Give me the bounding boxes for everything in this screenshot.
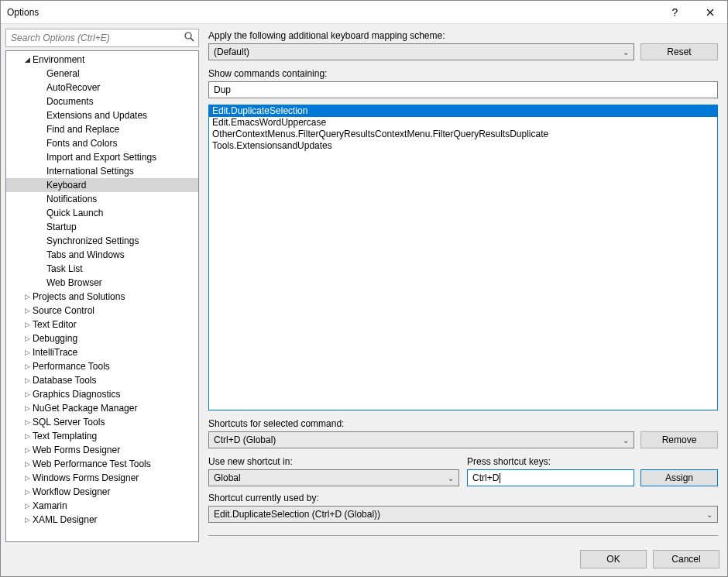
filter-input[interactable]: Dup: [208, 81, 718, 98]
nav-tree[interactable]: ◢EnvironmentGeneralAutoRecoverDocumentsE…: [5, 50, 199, 542]
tree-item-label: Find and Replace: [46, 124, 119, 135]
tree-item[interactable]: ▷Text Editor: [6, 318, 198, 331]
arrow-collapsed-icon: ▷: [22, 376, 33, 384]
tree-item[interactable]: ▷SQL Server Tools: [6, 415, 198, 429]
assign-button[interactable]: Assign: [640, 469, 718, 486]
tree-item[interactable]: ▷Text Templating: [6, 429, 198, 443]
tree-item[interactable]: ▷Web Forms Designer: [6, 443, 198, 457]
arrow-collapsed-icon: ▷: [22, 390, 33, 398]
selected-shortcut-dropdown[interactable]: Ctrl+D (Global) ⌄: [208, 431, 634, 448]
tree-item[interactable]: AutoRecover: [6, 81, 198, 94]
tree-item[interactable]: ◢Environment: [6, 53, 198, 67]
tree-item[interactable]: Task List: [6, 262, 198, 276]
tree-item-label: NuGet Package Manager: [33, 403, 137, 414]
list-item[interactable]: OtherContextMenus.FilterQueryResultsCont…: [209, 129, 717, 140]
scheme-dropdown[interactable]: (Default) ⌄: [208, 43, 634, 60]
chevron-down-icon: ⌄: [623, 436, 629, 445]
tree-item-label: SQL Server Tools: [33, 417, 105, 428]
tree-item-label: International Settings: [46, 166, 134, 177]
tree-item[interactable]: ▷Workflow Designer: [6, 485, 198, 499]
tree-item-label: Graphics Diagnostics: [33, 389, 120, 400]
tree-item-label: Task List: [46, 263, 83, 274]
arrow-collapsed-icon: ▷: [22, 404, 33, 412]
cancel-button[interactable]: Cancel: [653, 550, 719, 568]
used-by-value: Edit.DuplicateSelection (Ctrl+D (Global)…: [214, 509, 380, 520]
tree-item[interactable]: Tabs and Windows: [6, 248, 198, 262]
shortcuts-label: Shortcuts for selected command:: [208, 418, 718, 429]
divider: [208, 535, 718, 536]
reset-button[interactable]: Reset: [640, 43, 718, 60]
list-item[interactable]: Edit.EmacsWordUppercase: [209, 117, 717, 129]
tree-item[interactable]: International Settings: [6, 164, 198, 178]
chevron-down-icon: ⌄: [706, 510, 713, 519]
arrow-collapsed-icon: ▷: [22, 460, 33, 468]
tree-item[interactable]: ▷XAML Designer: [6, 513, 198, 527]
tree-item-label: Web Browser: [46, 277, 102, 288]
command-listbox[interactable]: Edit.DuplicateSelectionEdit.EmacsWordUpp…: [208, 105, 718, 410]
tree-item[interactable]: Web Browser: [6, 276, 198, 290]
arrow-collapsed-icon: ▷: [22, 418, 33, 426]
tree-item[interactable]: ▷Xamarin: [6, 499, 198, 513]
used-by-dropdown[interactable]: Edit.DuplicateSelection (Ctrl+D (Global)…: [208, 506, 718, 523]
used-by-label: Shortcut currently used by:: [208, 493, 718, 503]
nav-panel: ◢EnvironmentGeneralAutoRecoverDocumentsE…: [5, 29, 199, 542]
tree-item-label: Synchronized Settings: [46, 235, 139, 246]
arrow-collapsed-icon: ▷: [22, 516, 33, 524]
tree-item[interactable]: ▷Source Control: [6, 304, 198, 318]
press-keys-input[interactable]: Ctrl+D: [467, 469, 634, 486]
tree-item-label: Notifications: [46, 194, 97, 204]
arrow-collapsed-icon: ▷: [22, 293, 33, 301]
close-icon: [706, 9, 714, 16]
arrow-collapsed-icon: ▷: [22, 432, 33, 440]
tree-item[interactable]: ▷Debugging: [6, 331, 198, 345]
filter-value: Dup: [214, 84, 231, 95]
tree-item[interactable]: ▷Web Performance Test Tools: [6, 457, 198, 471]
tree-item[interactable]: ▷Windows Forms Designer: [6, 471, 198, 485]
tree-item[interactable]: ▷Projects and Solutions: [6, 290, 198, 304]
tree-item-label: Quick Launch: [46, 208, 103, 218]
tree-item[interactable]: Import and Export Settings: [6, 150, 198, 164]
tree-item[interactable]: Fonts and Colors: [6, 136, 198, 150]
tree-item[interactable]: ▷IntelliTrace: [6, 345, 198, 359]
tree-item[interactable]: Quick Launch: [6, 206, 198, 220]
arrow-collapsed-icon: ▷: [22, 502, 33, 510]
arrow-collapsed-icon: ▷: [22, 474, 33, 482]
tree-item[interactable]: ▷Performance Tools: [6, 359, 198, 373]
tree-item-label: Windows Forms Designer: [33, 472, 139, 483]
tree-item-label: Import and Export Settings: [46, 152, 156, 163]
tree-item[interactable]: Keyboard: [6, 178, 198, 192]
tree-item-label: Database Tools: [33, 375, 97, 386]
remove-button[interactable]: Remove: [640, 431, 718, 448]
tree-item-label: Text Templating: [33, 431, 97, 441]
options-dialog: Options ? ◢EnvironmentGeneralAutoRecover…: [0, 0, 728, 577]
tree-item-label: AutoRecover: [46, 82, 100, 93]
list-item[interactable]: Tools.ExtensionsandUpdates: [209, 140, 717, 152]
tree-item[interactable]: Synchronized Settings: [6, 234, 198, 248]
tree-item[interactable]: Notifications: [6, 192, 198, 206]
tree-item[interactable]: ▷NuGet Package Manager: [6, 401, 198, 415]
tree-item[interactable]: ▷Database Tools: [6, 373, 198, 387]
press-label: Press shortcut keys:: [467, 456, 718, 467]
tree-item-label: Keyboard: [46, 180, 86, 191]
list-item[interactable]: Edit.DuplicateSelection: [209, 105, 717, 117]
tree-item[interactable]: ▷Graphics Diagnostics: [6, 387, 198, 401]
tree-item-label: Web Performance Test Tools: [33, 459, 151, 469]
arrow-expanded-icon: ◢: [22, 56, 33, 64]
tree-item-label: XAML Designer: [33, 514, 98, 525]
arrow-collapsed-icon: ▷: [22, 488, 33, 496]
scope-dropdown[interactable]: Global ⌄: [208, 469, 459, 486]
titlebar: Options ?: [1, 1, 727, 24]
tree-item[interactable]: Find and Replace: [6, 122, 198, 136]
tree-item[interactable]: Startup: [6, 220, 198, 234]
tree-item[interactable]: General: [6, 67, 198, 81]
tree-item-label: Fonts and Colors: [46, 138, 117, 149]
dialog-body: ◢EnvironmentGeneralAutoRecoverDocumentsE…: [1, 24, 727, 542]
close-button[interactable]: [692, 1, 727, 24]
search-input[interactable]: [5, 29, 199, 47]
tree-item[interactable]: Documents: [6, 94, 198, 108]
ok-button[interactable]: OK: [580, 550, 647, 568]
filter-label: Show commands containing:: [208, 68, 718, 79]
help-button[interactable]: ?: [658, 1, 692, 24]
chevron-down-icon: ⌄: [448, 474, 454, 483]
tree-item[interactable]: Extensions and Updates: [6, 108, 198, 122]
